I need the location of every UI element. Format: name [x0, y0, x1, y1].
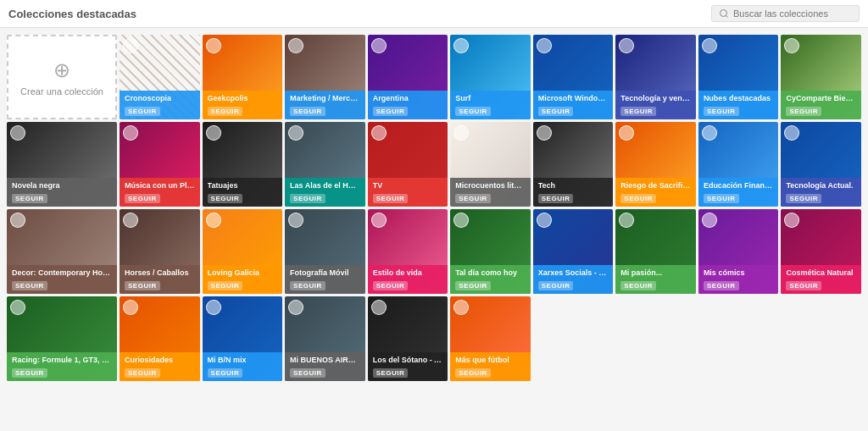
- card-overlay: Xarxes Socials - Redes Sociales - Social…: [533, 265, 614, 294]
- collection-card[interactable]: SurfSEGUIR: [450, 35, 531, 119]
- collection-title: Nubes destacadas: [704, 94, 774, 103]
- follow-button[interactable]: SEGUIR: [786, 281, 821, 290]
- avatar: [784, 125, 799, 141]
- follow-button[interactable]: SEGUIR: [290, 194, 326, 203]
- follow-button[interactable]: SEGUIR: [208, 194, 243, 203]
- search-input[interactable]: [733, 8, 852, 19]
- create-collection-card[interactable]: ⊕ Crear una colección: [7, 35, 117, 119]
- follow-button[interactable]: SEGUIR: [455, 194, 491, 203]
- follow-button[interactable]: SEGUIR: [208, 281, 243, 290]
- collection-card[interactable]: Los del Sótano - AnimaciónSEGUIR: [368, 296, 448, 381]
- collection-card[interactable]: Riesgo de Sacrificio ☆SEGUIR: [615, 122, 696, 207]
- collection-card[interactable]: TatuajesSEGUIR: [203, 122, 283, 207]
- collection-title: Loving Galicia: [208, 268, 278, 278]
- follow-button[interactable]: SEGUIR: [538, 281, 574, 290]
- collection-card[interactable]: Marketing / MercadotecniaSEGUIR: [285, 35, 365, 119]
- follow-button[interactable]: SEGUIR: [125, 281, 160, 290]
- plus-icon: ⊕: [53, 58, 70, 82]
- follow-button[interactable]: SEGUIR: [455, 368, 491, 378]
- collection-title: Microcuentos literarios: [455, 181, 526, 191]
- collection-card[interactable]: Tecnología y venganzaSEGUIR: [615, 35, 696, 119]
- follow-button[interactable]: SEGUIR: [12, 368, 47, 378]
- avatar: [453, 125, 469, 141]
- collection-title: Curiosidades: [125, 356, 195, 365]
- collection-title: Tecnología Actual.: [786, 181, 856, 191]
- collection-card[interactable]: Tal día como hoySEGUIR: [450, 209, 531, 294]
- collection-title: Tecnología y venganza: [620, 94, 691, 103]
- collection-card[interactable]: Horses / CaballosSEGUIR: [120, 209, 200, 294]
- follow-button[interactable]: SEGUIR: [373, 194, 409, 203]
- follow-button[interactable]: SEGUIR: [12, 281, 47, 290]
- card-overlay: Educación FinancieraSEGUIR: [698, 178, 779, 207]
- collection-card[interactable]: Loving GaliciaSEGUIR: [203, 209, 283, 294]
- card-overlay: Riesgo de Sacrificio ☆SEGUIR: [615, 178, 696, 207]
- collection-card[interactable]: Novela negraSEGUIR: [7, 122, 117, 207]
- card-overlay: Más que fútbolSEGUIR: [450, 352, 531, 381]
- collection-card[interactable]: Fotografía MóvilSEGUIR: [285, 209, 365, 294]
- follow-button[interactable]: SEGUIR: [704, 107, 739, 116]
- follow-button[interactable]: SEGUIR: [786, 194, 821, 203]
- collection-card[interactable]: CuriosidadesSEGUIR: [120, 296, 200, 381]
- collection-title: Mi pasión...: [620, 268, 691, 278]
- collection-title: Racing: Formule 1, GT3, Moto GP and more…: [12, 356, 112, 365]
- collection-card[interactable]: Racing: Formule 1, GT3, Moto GP and more…: [7, 296, 117, 381]
- collection-card[interactable]: Nubes destacadasSEGUIR: [698, 35, 779, 119]
- collection-card[interactable]: Cosmética NaturalSEGUIR: [781, 209, 861, 294]
- follow-button[interactable]: SEGUIR: [125, 194, 160, 203]
- collection-card[interactable]: Xarxes Socials - Redes Sociales - Social…: [533, 209, 614, 294]
- collection-card[interactable]: Microsoft Windows TipsSEGUIR: [533, 35, 614, 119]
- collection-card[interactable]: Mis cómicsSEGUIR: [698, 209, 779, 294]
- collection-card[interactable]: ArgentinaSEGUIR: [368, 35, 448, 119]
- follow-button[interactable]: SEGUIR: [125, 368, 160, 378]
- collection-card[interactable]: TechSEGUIR: [533, 122, 614, 207]
- collection-card[interactable]: GeekcpolisSEGUIR: [203, 35, 283, 119]
- follow-button[interactable]: SEGUIR: [208, 368, 243, 378]
- follow-button[interactable]: SEGUIR: [538, 194, 574, 203]
- avatar: [453, 213, 469, 228]
- follow-button[interactable]: SEGUIR: [290, 368, 326, 378]
- card-overlay: Estilo de vidaSEGUIR: [368, 265, 448, 294]
- collection-card[interactable]: Estilo de vidaSEGUIR: [368, 209, 448, 294]
- collection-card[interactable]: Mi BUENOS AIRES QueridoSEGUIR: [285, 296, 365, 381]
- collection-card[interactable]: CyComparte BienestarSEGUIR: [781, 35, 861, 119]
- collection-card[interactable]: Música con un PlusSEGUIR: [120, 122, 200, 207]
- collection-card[interactable]: TVSEGUIR: [368, 122, 448, 207]
- collection-card[interactable]: Microcuentos literariosSEGUIR: [450, 122, 531, 207]
- collection-card[interactable]: Las Alas de el HombreSEGUIR: [285, 122, 365, 207]
- card-overlay: Tecnología Actual.SEGUIR: [781, 178, 861, 207]
- follow-button[interactable]: SEGUIR: [455, 107, 491, 116]
- follow-button[interactable]: SEGUIR: [704, 281, 739, 290]
- card-overlay: CuriosidadesSEGUIR: [120, 352, 200, 381]
- collection-card[interactable]: Mi B/N mixSEGUIR: [203, 296, 283, 381]
- collection-card[interactable]: Más que fútbolSEGUIR: [450, 296, 531, 381]
- avatar: [206, 38, 221, 53]
- header-title: Colecciones destacadas: [8, 8, 136, 20]
- follow-button[interactable]: SEGUIR: [290, 281, 326, 290]
- follow-button[interactable]: SEGUIR: [125, 107, 160, 116]
- collection-title: Microsoft Windows Tips: [538, 94, 609, 103]
- follow-button[interactable]: SEGUIR: [620, 194, 656, 203]
- follow-button[interactable]: SEGUIR: [290, 107, 326, 116]
- follow-button[interactable]: SEGUIR: [786, 107, 821, 116]
- follow-button[interactable]: SEGUIR: [704, 194, 739, 203]
- follow-button[interactable]: SEGUIR: [455, 281, 491, 290]
- follow-button[interactable]: SEGUIR: [620, 107, 656, 116]
- follow-button[interactable]: SEGUIR: [373, 107, 409, 116]
- card-overlay: TatuajesSEGUIR: [203, 178, 283, 207]
- collection-card[interactable]: Decor: Contemporary Homes/ Hogares conte…: [7, 209, 117, 294]
- follow-button[interactable]: SEGUIR: [208, 107, 243, 116]
- collection-card[interactable]: Mi pasión...SEGUIR: [615, 209, 696, 294]
- follow-button[interactable]: SEGUIR: [373, 368, 409, 378]
- collection-card[interactable]: Educación FinancieraSEGUIR: [698, 122, 779, 207]
- avatar: [123, 38, 138, 53]
- follow-button[interactable]: SEGUIR: [620, 281, 656, 290]
- avatar: [453, 300, 469, 315]
- collection-title: Tech: [538, 181, 609, 191]
- collection-title: Educación Financiera: [704, 181, 774, 191]
- follow-button[interactable]: SEGUIR: [12, 194, 47, 203]
- collection-card[interactable]: Tecnología Actual.SEGUIR: [781, 122, 861, 207]
- collection-card[interactable]: CronoscopiaSEGUIR: [120, 35, 200, 119]
- follow-button[interactable]: SEGUIR: [373, 281, 409, 290]
- card-overlay: Los del Sótano - AnimaciónSEGUIR: [368, 352, 448, 381]
- follow-button[interactable]: SEGUIR: [538, 107, 574, 116]
